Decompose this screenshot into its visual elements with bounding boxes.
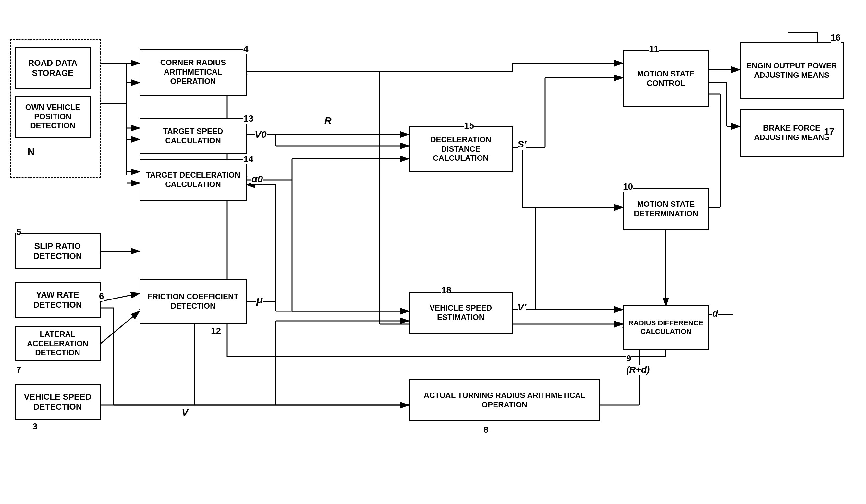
label-13: 13 [243, 113, 253, 124]
label-17: 17 [824, 126, 834, 137]
label-n: N [27, 146, 35, 157]
yaw-rate-label: YAW RATE DETECTION [18, 290, 97, 310]
road-data-storage-label: ROAD DATA STORAGE [18, 58, 87, 78]
label-v0: V0 [255, 129, 267, 140]
actual-turning-radius-label: ACTUAL TURNING RADIUS ARITHMETICAL OPERA… [412, 391, 597, 410]
lateral-accel-box: LATERAL ACCELERATION DETECTION [14, 326, 101, 362]
friction-coeff-box: FRICTION COEFFICIENT DETECTION [140, 279, 247, 324]
vehicle-speed-estimation-label: VEHICLE SPEED ESTIMATION [412, 303, 509, 322]
label-9: 9 [626, 353, 631, 364]
decel-distance-label: DECELERATION DISTANCE CALCULATION [412, 135, 509, 163]
label-3-curve: 3 [32, 421, 38, 432]
label-11: 11 [649, 44, 659, 54]
engine-output-label: ENGIN OUTPUT POWER ADJUSTING MEANS [743, 61, 840, 80]
radius-diff-box: RADIUS DIFFERENCE CALCULATION [623, 305, 709, 350]
motion-state-determination-box: MOTION STATE DETERMINATION [623, 188, 709, 230]
label-8: 8 [484, 425, 489, 435]
motion-state-control-label: MOTION STATE CONTROL [626, 69, 706, 88]
label-alpha0: α0 [252, 173, 263, 184]
corner-radius-label: CORNER RADIUS ARITHMETICAL OPERATION [143, 58, 243, 86]
label-15: 15 [464, 121, 474, 131]
road-data-storage-box: ROAD DATA STORAGE [14, 47, 91, 89]
slip-ratio-box: SLIP RATIO DETECTION [14, 233, 101, 269]
actual-turning-radius-box: ACTUAL TURNING RADIUS ARITHMETICAL OPERA… [409, 379, 600, 421]
own-vehicle-position-box: OWN VEHICLE POSITION DETECTION [14, 95, 91, 138]
label-sprime: S′ [518, 139, 526, 150]
slip-ratio-label: SLIP RATIO DETECTION [18, 241, 97, 261]
vehicle-speed-detection-box: VEHICLE SPEED DETECTION [14, 384, 101, 420]
motion-state-control-box: MOTION STATE CONTROL [623, 50, 709, 107]
label-d: d [712, 308, 718, 319]
target-speed-calc-label: TARGET SPEED CALCULATION [143, 127, 243, 146]
lateral-accel-label: LATERAL ACCELERATION DETECTION [18, 330, 97, 357]
own-vehicle-position-label: OWN VEHICLE POSITION DETECTION [18, 103, 87, 130]
engine-output-box: ENGIN OUTPUT POWER ADJUSTING MEANS [740, 42, 844, 99]
corner-radius-box: CORNER RADIUS ARITHMETICAL OPERATION [140, 49, 247, 95]
label-4: 4 [243, 44, 248, 54]
yaw-rate-box: YAW RATE DETECTION [14, 282, 101, 318]
label-10: 10 [623, 182, 633, 192]
label-7: 7 [16, 365, 21, 375]
target-decel-box: TARGET DECELERATION CALCULATION [140, 159, 247, 201]
label-5: 5 [16, 227, 21, 237]
svg-line-49 [101, 311, 140, 344]
friction-coeff-label: FRICTION COEFFICIENT DETECTION [143, 292, 243, 311]
diagram-svg [0, 0, 866, 504]
diagram-container: ROAD DATA STORAGE OWN VEHICLE POSITION D… [0, 0, 866, 504]
svg-line-48 [101, 293, 140, 301]
label-6: 6 [99, 291, 104, 301]
vehicle-speed-estimation-box: VEHICLE SPEED ESTIMATION [409, 292, 513, 334]
motion-state-determination-label: MOTION STATE DETERMINATION [626, 200, 706, 218]
label-18: 18 [441, 285, 451, 296]
target-decel-label: TARGET DECELERATION CALCULATION [143, 171, 243, 189]
decel-distance-box: DECELERATION DISTANCE CALCULATION [409, 126, 513, 172]
label-16: 16 [831, 32, 841, 43]
label-rplusd: (R+d) [626, 365, 650, 375]
label-r: R [324, 115, 332, 126]
vehicle-speed-detection-label: VEHICLE SPEED DETECTION [18, 392, 97, 412]
label-v: V [182, 407, 188, 418]
label-vprime: V′ [518, 301, 526, 312]
target-speed-calc-box: TARGET SPEED CALCULATION [140, 118, 247, 154]
label-mu: μ [256, 293, 263, 306]
label-14: 14 [243, 154, 253, 164]
label-12: 12 [211, 326, 221, 336]
radius-diff-label: RADIUS DIFFERENCE CALCULATION [626, 319, 706, 336]
